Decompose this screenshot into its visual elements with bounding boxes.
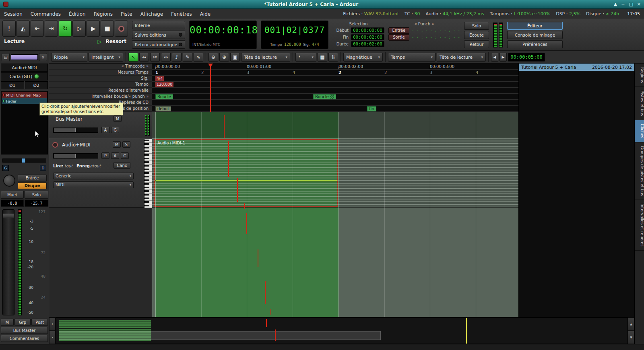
- ruler-loop-punch[interactable]: Boucle Boucle: [152, 94, 518, 100]
- record-arm-button[interactable]: [3, 175, 15, 187]
- play-selection-button[interactable]: ▷: [72, 21, 86, 37]
- tab-regions[interactable]: Régions: [635, 64, 644, 87]
- ruler-bbt-label[interactable]: Mesures|Temps: [49, 70, 152, 76]
- selection-end-value[interactable]: 00:00:02:00: [351, 34, 384, 40]
- follow-edits-button[interactable]: Suivre éditions: [132, 31, 185, 39]
- tab-ranges-markers[interactable]: Intervalles et repères: [635, 200, 644, 251]
- edit-mode-dropdown[interactable]: Ripple▾: [51, 53, 87, 62]
- edit-point-dropdown[interactable]: Tête de lecture▾: [437, 53, 486, 62]
- punch-in-button[interactable]: Entrée: [388, 27, 409, 34]
- close-icon[interactable]: ×: [637, 2, 641, 7]
- phase-1-button[interactable]: Ø1: [1, 81, 24, 89]
- nudge-clock[interactable]: 00:00:05:00: [508, 53, 545, 62]
- range-tool-button[interactable]: ↔: [139, 53, 149, 62]
- pan-right-button[interactable]: D: [40, 165, 46, 171]
- punch-in-value[interactable]: - - : - - : - - : - -: [412, 28, 460, 33]
- ruler-sig-label[interactable]: Sig.: [49, 76, 152, 82]
- metering-point-button[interactable]: M: [1, 319, 14, 326]
- tab-snapshots[interactable]: Clichés: [635, 120, 644, 142]
- pan-left-button[interactable]: G: [2, 165, 9, 171]
- track-canvas[interactable]: Audio+MIDI-1: [152, 112, 518, 317]
- bus-track-lane[interactable]: [152, 112, 518, 138]
- midi-automation-button[interactable]: A: [111, 152, 119, 159]
- solo-global-button[interactable]: Solo: [464, 22, 489, 30]
- bus-gain-slider[interactable]: [53, 128, 98, 133]
- processor-box[interactable]: MIDI Channel Map Fader: [1, 91, 48, 154]
- grab-tool-button[interactable]: ↖: [128, 53, 138, 62]
- peak-display[interactable]: -25,7: [25, 200, 48, 207]
- tempo-marker[interactable]: 120,000: [155, 82, 173, 87]
- midi-note[interactable]: [155, 180, 337, 181]
- zoom-in-button[interactable]: ⊕: [219, 53, 229, 62]
- maximize-icon[interactable]: □: [629, 2, 633, 7]
- menu-session[interactable]: Session: [4, 11, 23, 17]
- record-button[interactable]: [115, 21, 128, 37]
- start-marker[interactable]: début: [155, 106, 171, 111]
- zoom-focus-dropdown[interactable]: Tête de lecture▾: [241, 53, 290, 62]
- punch-out-button[interactable]: Sortie: [388, 34, 409, 41]
- cut-tool-button[interactable]: ✂: [150, 53, 160, 62]
- midi-panic-button[interactable]: !: [2, 21, 16, 37]
- mute-button[interactable]: Muet: [1, 191, 24, 199]
- menu-affichage[interactable]: Affichage: [140, 11, 163, 17]
- bus-group-button[interactable]: G: [111, 127, 119, 133]
- pan-slider[interactable]: [2, 159, 46, 163]
- gain-fader[interactable]: [2, 209, 14, 315]
- strip-close-button[interactable]: ×: [39, 53, 47, 61]
- tempo-value[interactable]: 120,000: [284, 42, 301, 47]
- ruler-timecode-label[interactable]: « Timecode »: [49, 64, 152, 70]
- zoom-out-button[interactable]: ⊖: [208, 53, 218, 62]
- tab-tracks-buses[interactable]: Pistes et bus: [635, 87, 644, 120]
- group-button[interactable]: Grp: [14, 319, 31, 326]
- feedback-global-button[interactable]: Retour: [464, 40, 489, 48]
- midi-gain-slider[interactable]: [53, 153, 98, 159]
- stretch-tool-button[interactable]: ⇔: [161, 53, 171, 62]
- channel-canx-button[interactable]: Canx: [114, 162, 130, 169]
- piano-keyboard[interactable]: [144, 139, 152, 208]
- stop-button[interactable]: ■: [101, 21, 114, 37]
- summary-scroll-right-button[interactable]: ›: [49, 331, 56, 344]
- menu-commandes[interactable]: Commandes: [31, 11, 61, 17]
- shuttle-control[interactable]: Lecture ▷ Ressort: [2, 38, 128, 45]
- midi-solo-button[interactable]: S: [122, 141, 130, 148]
- summary-scroll-up-button[interactable]: ▲: [628, 317, 634, 331]
- input-monitor-button[interactable]: Entrée: [18, 175, 47, 181]
- summary-viewport[interactable]: [59, 331, 381, 340]
- selection-start-value[interactable]: 00:00:00:00: [351, 27, 384, 33]
- ruler-bbt[interactable]: 1 2 3 4 2 2 3 4: [152, 70, 518, 76]
- ruler-timecode[interactable]: 00:00:00:00 00:00:01:00 00:00:02:00 00:0…: [152, 64, 518, 70]
- goto-start-button[interactable]: ⇤: [31, 21, 44, 37]
- menu-piste[interactable]: Piste: [121, 11, 132, 17]
- ruler-range-markers[interactable]: [152, 88, 518, 94]
- sig-value[interactable]: 4/4: [312, 42, 319, 47]
- summary-canvas[interactable]: [56, 317, 628, 344]
- midi-region[interactable]: Audio+MIDI-1: [154, 139, 338, 207]
- grid-mode-dropdown[interactable]: Magnétique▾: [343, 53, 383, 62]
- ruler-cd-markers[interactable]: [152, 100, 518, 106]
- bus-mute-button[interactable]: M: [114, 115, 122, 122]
- snap-units-dropdown[interactable]: *▾: [295, 53, 316, 62]
- metronome-button[interactable]: ◭: [17, 21, 30, 37]
- disk-monitor-button[interactable]: Disque: [18, 182, 47, 189]
- loop-button[interactable]: ↻: [59, 21, 72, 37]
- bus-track-header[interactable]: Bus Master M A G: [49, 112, 152, 138]
- midi-mode-dropdown[interactable]: MIDI▾: [53, 181, 134, 188]
- preferences-window-button[interactable]: Préférences: [507, 40, 563, 48]
- tab-track-groups[interactable]: Groupes de pistes et bus: [635, 142, 644, 200]
- menu-edition[interactable]: Édition: [69, 11, 86, 17]
- sync-source-button[interactable]: Interne: [132, 21, 185, 29]
- smart-mode-button[interactable]: Intelligent▾: [89, 53, 123, 62]
- end-marker[interactable]: fin: [367, 106, 376, 111]
- play-button[interactable]: ▶: [87, 21, 100, 37]
- draw-tool-button[interactable]: ✎: [183, 53, 192, 62]
- internal-edit-tool-button[interactable]: ∿: [194, 53, 203, 62]
- ruler-sig[interactable]: 4/4: [152, 76, 518, 82]
- ruler-range-markers-label[interactable]: Repères d'intervalle: [49, 88, 152, 94]
- loop-start-marker[interactable]: Boucle: [155, 94, 173, 99]
- pan-handle[interactable]: [22, 158, 25, 163]
- meter-post-button[interactable]: Post: [31, 319, 48, 326]
- minimize-icon[interactable]: −: [621, 2, 625, 7]
- punch-out-value[interactable]: - - : - - : - - : - -: [412, 35, 460, 39]
- menu-aide[interactable]: Aide: [200, 11, 211, 17]
- sig-marker[interactable]: 4/4: [155, 76, 164, 81]
